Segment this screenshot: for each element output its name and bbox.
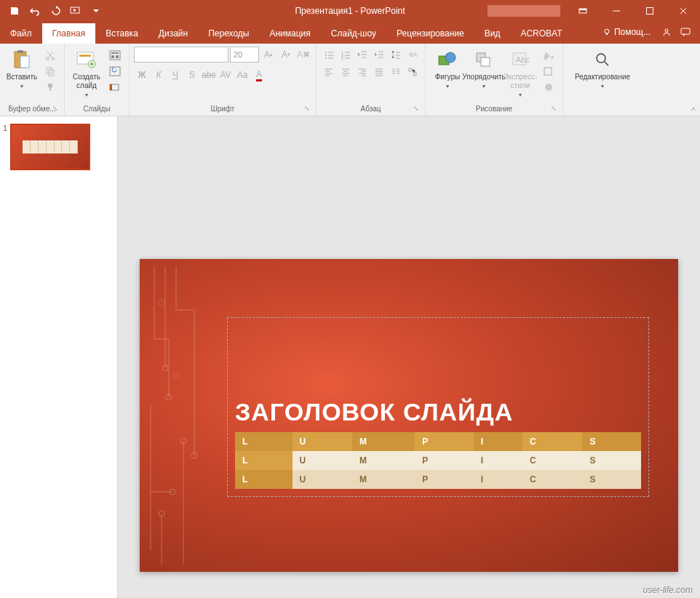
table-header-row[interactable]: L U M P I C S [235, 432, 641, 451]
ribbon: Вставить▾ Буфер обме...⤡ Создать слайд▾ [0, 44, 700, 116]
save-button[interactable] [4, 1, 25, 21]
redo-button[interactable] [45, 1, 65, 21]
slide-title[interactable]: ЗАГОЛОВОК СЛАЙДА [235, 398, 641, 426]
font-size-input[interactable] [230, 47, 259, 63]
account-name[interactable] [488, 5, 560, 17]
table-cell[interactable]: L [235, 451, 293, 470]
increase-indent-button[interactable] [371, 47, 387, 63]
table-cell[interactable]: L [235, 432, 293, 451]
drawing-launcher[interactable]: ⤡ [551, 105, 557, 112]
table-cell[interactable]: M [352, 470, 415, 489]
new-slide-button[interactable]: Создать слайд▾ [69, 47, 104, 99]
decrease-font-button[interactable]: A▾ [278, 47, 294, 63]
table-row[interactable]: L U M P I C S [235, 451, 641, 470]
share-button[interactable] [658, 23, 675, 41]
table-cell[interactable]: U [293, 451, 352, 470]
underline-button[interactable]: Ч [167, 67, 183, 83]
tab-review[interactable]: Рецензирование [386, 23, 474, 44]
table-cell[interactable]: S [582, 451, 641, 470]
numbering-button[interactable]: 123 [338, 47, 354, 63]
table-cell[interactable]: M [352, 451, 415, 470]
bullets-button[interactable] [321, 47, 337, 63]
table-cell[interactable]: I [474, 470, 522, 489]
bold-button[interactable]: Ж [134, 67, 150, 83]
maximize-button[interactable] [633, 0, 667, 22]
table-cell[interactable]: C [522, 432, 582, 451]
paragraph-launcher[interactable]: ⤡ [413, 105, 419, 112]
clear-formatting-button[interactable]: A✖ [295, 47, 311, 63]
shape-effects-button[interactable] [541, 80, 557, 95]
table-cell[interactable]: C [522, 451, 582, 470]
change-case-button[interactable]: Aa [234, 67, 250, 83]
table-row[interactable]: L U M P I C S [235, 470, 641, 489]
tab-file[interactable]: Файл [0, 23, 42, 44]
shape-fill-button[interactable] [541, 48, 557, 63]
text-direction-button[interactable]: IIA [405, 47, 421, 63]
character-spacing-button[interactable]: AV [218, 67, 234, 83]
table-cell[interactable]: U [293, 470, 352, 489]
quick-styles-button[interactable]: Abc Экспресс-стили▾ [503, 47, 538, 99]
format-painter-button[interactable] [42, 80, 58, 95]
table-cell[interactable]: I [474, 432, 522, 451]
font-launcher[interactable]: ⤡ [304, 105, 310, 112]
tab-insert[interactable]: Вставка [95, 23, 148, 44]
layout-button[interactable] [107, 48, 123, 63]
slide-canvas[interactable]: ЗАГОЛОВОК СЛАЙДА L U M P I C S L U M [140, 259, 678, 572]
content-placeholder[interactable]: ЗАГОЛОВОК СЛАЙДА L U M P I C S L U M [227, 317, 649, 497]
tab-view[interactable]: Вид [474, 23, 511, 44]
collapse-ribbon-button[interactable]: ㅅ [690, 104, 697, 114]
strikethrough-button[interactable]: abc [201, 67, 217, 83]
tab-animations[interactable]: Анимация [259, 23, 320, 44]
shape-outline-button[interactable] [541, 64, 557, 79]
increase-font-button[interactable]: A▴ [260, 47, 277, 63]
slide-table[interactable]: L U M P I C S L U M P I C [235, 432, 641, 489]
justify-button[interactable] [371, 64, 387, 80]
ribbon-display-button[interactable] [566, 0, 600, 22]
paste-button[interactable]: Вставить▾ [4, 47, 39, 99]
smartart-button[interactable] [405, 64, 421, 80]
start-from-beginning-button[interactable] [65, 1, 86, 21]
tell-me-button[interactable]: Помощ... [597, 24, 656, 40]
copy-button[interactable] [42, 64, 58, 79]
decrease-indent-button[interactable] [354, 47, 370, 63]
slide-editor[interactable]: ЗАГОЛОВОК СЛАЙДА L U M P I C S L U M [118, 116, 700, 598]
svg-rect-24 [116, 55, 119, 58]
cut-button[interactable] [42, 48, 58, 63]
tab-slideshow[interactable]: Слайд-шоу [321, 23, 386, 44]
section-button[interactable] [107, 80, 123, 95]
align-left-button[interactable] [321, 64, 337, 80]
slide-thumbnail-1[interactable] [10, 124, 90, 170]
editing-button[interactable]: Редактирование▾ [568, 47, 637, 99]
align-center-button[interactable] [338, 64, 354, 80]
tab-acrobat[interactable]: ACROBAT [510, 23, 572, 44]
shapes-button[interactable]: Фигуры▾ [430, 47, 465, 99]
minimize-button[interactable] [600, 0, 633, 22]
line-spacing-button[interactable] [388, 47, 404, 63]
table-cell[interactable]: C [522, 470, 582, 489]
align-right-button[interactable] [354, 64, 370, 80]
tab-transitions[interactable]: Переходы [198, 23, 259, 44]
comments-button[interactable] [677, 23, 694, 41]
font-color-button[interactable]: A [251, 67, 267, 83]
table-cell[interactable]: U [293, 432, 352, 451]
italic-button[interactable]: К [151, 67, 167, 83]
arrange-button[interactable]: Упорядочить▾ [466, 47, 501, 99]
table-cell[interactable]: S [582, 470, 641, 489]
table-cell[interactable]: P [415, 432, 474, 451]
font-name-input[interactable] [134, 47, 228, 63]
tab-design[interactable]: Дизайн [148, 23, 198, 44]
shadow-button[interactable]: S [184, 67, 200, 83]
table-cell[interactable]: P [415, 470, 474, 489]
columns-button[interactable] [388, 64, 404, 80]
tab-home[interactable]: Главная [42, 23, 96, 44]
table-cell[interactable]: S [582, 432, 641, 451]
clipboard-launcher[interactable]: ⤡ [52, 105, 58, 112]
close-button[interactable] [667, 0, 700, 22]
undo-button[interactable] [25, 1, 45, 21]
table-cell[interactable]: L [235, 470, 293, 489]
table-cell[interactable]: P [415, 451, 474, 470]
table-cell[interactable]: M [352, 432, 415, 451]
table-cell[interactable]: I [474, 451, 522, 470]
reset-button[interactable] [107, 64, 123, 79]
qat-customize-button[interactable] [86, 1, 106, 21]
